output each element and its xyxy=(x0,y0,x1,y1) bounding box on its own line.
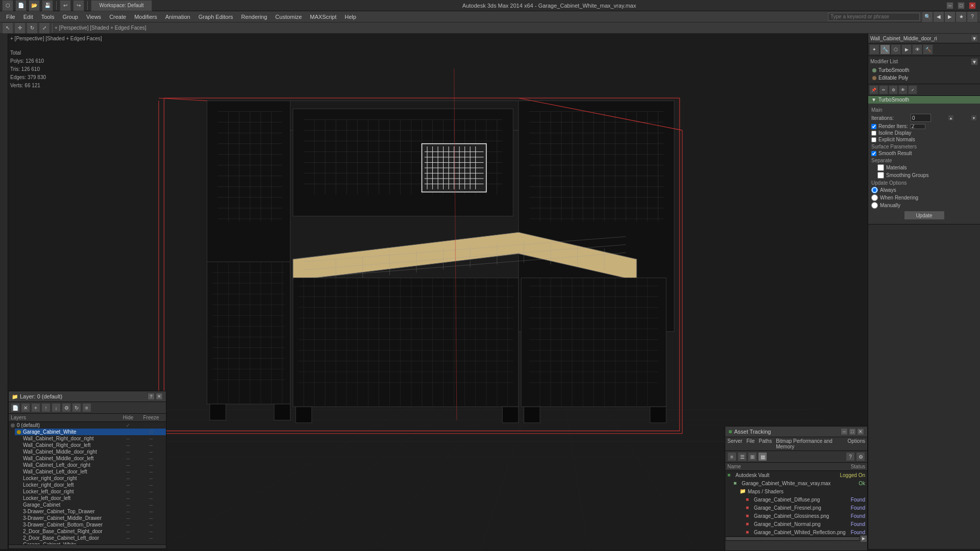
ctrl-visible[interactable]: 👁 xyxy=(898,85,908,94)
menu-create[interactable]: Create xyxy=(105,13,130,21)
ctrl-edit[interactable]: ✏ xyxy=(879,85,888,94)
render-iters-input[interactable] xyxy=(910,124,925,129)
layer-item[interactable]: Wall_Cabinet_Middle_door_right ─ ─ xyxy=(21,448,166,455)
layers-list[interactable]: 0 (default) ✓ Garage_Cabinet_White □ Wal… xyxy=(9,422,166,544)
layer-item[interactable]: Wall_Cabinet_Left_door_left ─ ─ xyxy=(21,468,166,475)
layer-item[interactable]: Locker_right_door_left ─ ─ xyxy=(21,482,166,488)
rotate-btn[interactable]: ↻ xyxy=(27,22,38,34)
rp-tab-modify[interactable]: 🔧 xyxy=(880,44,890,55)
menu-help[interactable]: Help xyxy=(340,13,360,21)
undo-btn[interactable]: ↩ xyxy=(60,0,71,11)
layer-item[interactable]: 3-Drawer_Cabinet_Top_Drawer ─ ─ xyxy=(21,508,166,515)
new-btn[interactable]: 📄 xyxy=(15,0,27,11)
ctrl-config[interactable]: ⚙ xyxy=(889,85,898,94)
scale-btn[interactable]: ⤢ xyxy=(39,22,50,34)
render-iters-check[interactable] xyxy=(871,124,876,129)
open-btn[interactable]: 📂 xyxy=(29,0,40,11)
asset-tb-large[interactable]: ▦ xyxy=(758,452,767,461)
menu-rendering[interactable]: Rendering xyxy=(237,13,272,21)
asset-close-btn[interactable]: ✕ xyxy=(857,428,864,435)
search-star[interactable]: ★ xyxy=(955,11,967,22)
asset-tb-help[interactable]: ? xyxy=(846,452,855,461)
maximize-btn[interactable]: □ xyxy=(958,2,965,9)
layers-sort-btn[interactable]: ≡ xyxy=(82,403,91,412)
asset-vault[interactable]: ■ Autodesk Vault Logged On xyxy=(725,471,867,479)
layer-item[interactable]: Wall_Cabinet_Middle_door_left ─ ─ xyxy=(21,455,166,462)
layer-item[interactable]: Locker_right_door_right ─ ─ xyxy=(21,475,166,482)
update-btn[interactable]: Update xyxy=(904,211,945,220)
manually-radio[interactable] xyxy=(871,202,878,209)
smooth-result-check[interactable] xyxy=(871,151,876,156)
ctrl-enable[interactable]: ✓ xyxy=(908,85,917,94)
asset-tb-list[interactable]: ≡ xyxy=(727,452,737,461)
asset-menu-file[interactable]: File xyxy=(746,438,754,449)
menu-tools[interactable]: Tools xyxy=(37,13,59,21)
search-prev[interactable]: ◀ xyxy=(933,11,944,22)
save-btn[interactable]: 💾 xyxy=(42,0,53,11)
turbosm-header[interactable]: ▼ TurboSmooth xyxy=(868,96,980,104)
rp-tab-motion[interactable]: ▶ xyxy=(901,44,912,55)
close-btn[interactable]: ✕ xyxy=(969,2,976,9)
asset-menu-server[interactable]: Server xyxy=(727,438,742,449)
asset-fresnel[interactable]: ■ Garage_Cabinet_Fresnel.png Found xyxy=(725,504,867,512)
modifier-turbosm[interactable]: TurboSmooth xyxy=(870,66,978,74)
modifier-editpoly[interactable]: Editable Poly xyxy=(870,74,978,82)
help-icon[interactable]: ? xyxy=(967,11,978,22)
asset-maximize-btn[interactable]: □ xyxy=(849,428,856,435)
layer-item[interactable]: Wall_Cabinet_Right_door_left ─ ─ xyxy=(21,442,166,448)
rp-tab-create[interactable]: ✦ xyxy=(869,44,879,55)
layer-item[interactable]: Wall_Cabinet_Left_door_right ─ ─ xyxy=(21,462,166,468)
menu-views[interactable]: Views xyxy=(82,13,105,21)
asset-tb-grid[interactable]: ⊞ xyxy=(748,452,757,461)
layers-expand-btn[interactable]: ↓ xyxy=(52,403,61,412)
asset-tb-detail[interactable]: ☰ xyxy=(738,452,747,461)
iterations-input[interactable] xyxy=(911,114,931,122)
workspace-label[interactable]: Workspace: Default xyxy=(91,0,152,11)
layers-help-btn[interactable]: ? xyxy=(148,393,155,400)
app-icon[interactable]: ⬡ xyxy=(2,0,13,11)
iterations-up[interactable]: ▲ xyxy=(948,115,954,121)
rp-tab-display[interactable]: 👁 xyxy=(912,44,922,55)
layer-item[interactable]: Garage_Cabinet_White ─ ─ xyxy=(21,541,166,544)
redo-btn[interactable]: ↪ xyxy=(73,0,84,11)
asset-menu-paths[interactable]: Paths xyxy=(759,438,772,449)
asset-maps-folder[interactable]: 📁 Maps / Shaders xyxy=(725,487,867,495)
asset-glossiness[interactable]: ■ Garage_Cabinet_Glossiness.png Found xyxy=(725,512,867,520)
materials-check[interactable] xyxy=(877,164,884,171)
menu-file[interactable]: File xyxy=(2,13,19,21)
asset-tb-settings[interactable]: ⚙ xyxy=(856,452,865,461)
menu-animation[interactable]: Animation xyxy=(161,13,194,21)
rp-tab-utilities[interactable]: 🔨 xyxy=(923,44,933,55)
layers-select-btn[interactable]: ↑ xyxy=(41,403,51,412)
layer-item[interactable]: Garage_Cabinet ─ ─ xyxy=(21,502,166,508)
asset-menu-bitmap[interactable]: Bitmap Performance and Memory xyxy=(776,438,843,449)
menu-modifiers[interactable]: Modifiers xyxy=(130,13,161,21)
isoline-check[interactable] xyxy=(871,131,876,136)
layers-new-btn[interactable]: 📄 xyxy=(11,403,20,412)
layers-add-btn[interactable]: + xyxy=(31,403,40,412)
layer-item[interactable]: 3-Drawer_Cabinet_Bottom_Drawer ─ ─ xyxy=(21,521,166,528)
smoothing-groups-check[interactable] xyxy=(877,172,884,179)
menu-group[interactable]: Group xyxy=(58,13,82,21)
always-radio[interactable] xyxy=(871,187,878,193)
minimize-btn[interactable]: ─ xyxy=(946,2,953,9)
layers-scrollbar[interactable] xyxy=(9,544,166,548)
asset-diffuse[interactable]: ■ Garage_Cabinet_Diffuse.png Found xyxy=(725,495,867,504)
asset-scrollbar[interactable]: ▶ xyxy=(725,536,867,540)
asset-normal[interactable]: ■ Garage_Cabinet_Normal.png Found xyxy=(725,520,867,528)
modifier-list-dropdown[interactable]: ▼ xyxy=(971,58,978,65)
search-input[interactable] xyxy=(828,13,920,21)
layer-item[interactable]: Wall_Cabinet_Right_door_right ─ ─ xyxy=(21,435,166,442)
move-btn[interactable]: ✛ xyxy=(14,22,26,34)
asset-menu-options[interactable]: Options xyxy=(848,438,865,449)
rp-dropdown-btn[interactable]: ▼ xyxy=(971,35,978,42)
ctrl-pin[interactable]: 📌 xyxy=(869,85,878,94)
layer-item[interactable]: Locker_left_door_left ─ ─ xyxy=(21,495,166,502)
layer-item[interactable]: Locker_left_door_right ─ ─ xyxy=(21,488,166,495)
asset-reflection[interactable]: ■ Garage_Cabinet_Whited_Reflection.png F… xyxy=(725,528,867,536)
menu-maxscript[interactable]: MAXScript xyxy=(306,13,340,21)
rp-tab-hierarchy[interactable]: ⬡ xyxy=(891,44,901,55)
search-icon[interactable]: 🔍 xyxy=(922,11,933,22)
menu-graph-editors[interactable]: Graph Editors xyxy=(194,13,237,21)
asset-scroll-right[interactable]: ▶ xyxy=(860,535,867,542)
